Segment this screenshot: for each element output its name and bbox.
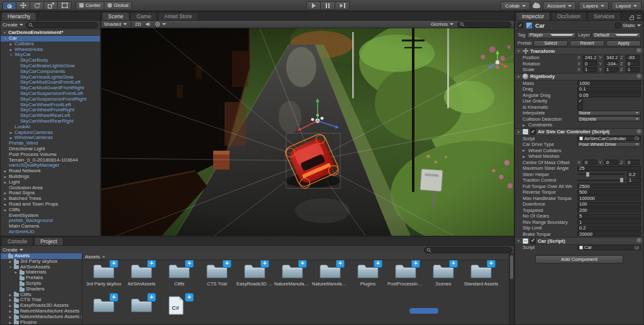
gear-wrap[interactable] bbox=[636, 129, 641, 135]
foldout-undefined-icon[interactable]: ▶ bbox=[8, 320, 13, 324]
account-dropdown[interactable]: Account bbox=[543, 1, 576, 10]
value-field[interactable]: 100 bbox=[577, 202, 641, 207]
slider-thumb[interactable] bbox=[586, 172, 589, 177]
scene-viewport[interactable] bbox=[101, 28, 514, 236]
project-search-input[interactable] bbox=[424, 247, 512, 253]
vector-field-y[interactable]: 0 bbox=[604, 160, 618, 165]
object-field[interactable]: Car bbox=[577, 245, 641, 250]
foldout-closed-icon[interactable]: ▶ bbox=[3, 207, 8, 213]
component-header-transform[interactable]: ▼Transform bbox=[515, 47, 643, 55]
tab-project[interactable]: Project bbox=[34, 237, 63, 245]
value-field[interactable]: 2500 bbox=[577, 184, 641, 189]
scene-orientation-gizmo[interactable] bbox=[485, 48, 510, 74]
foldout-undefined-icon[interactable]: ▼ bbox=[8, 265, 13, 270]
scene-search-input[interactable] bbox=[457, 21, 511, 28]
collab-dropdown[interactable]: Collab bbox=[501, 1, 530, 10]
vector-field-x[interactable]: 1 bbox=[583, 67, 597, 72]
vector-field-z[interactable]: -93 bbox=[626, 55, 640, 60]
hierarchy-create-button[interactable]: Create bbox=[3, 22, 23, 28]
tag-dropdown[interactable]: Player bbox=[527, 32, 576, 38]
tab-scene[interactable]: Scene bbox=[102, 12, 130, 20]
foldout-open-icon[interactable]: ▼ bbox=[9, 52, 13, 58]
component-header-car-script[interactable]: ▼✓Car (Script) bbox=[515, 237, 643, 245]
foldout-undefined-icon[interactable]: ▶ bbox=[8, 309, 13, 314]
value-field[interactable]: 100000 bbox=[577, 196, 641, 201]
component-header-rigidbody[interactable]: ▼Rigidbody bbox=[515, 73, 643, 80]
foldout-undefined-icon[interactable]: ▶ bbox=[8, 292, 13, 298]
gear-wrap[interactable] bbox=[636, 74, 641, 80]
vector-field-x[interactable]: 0 bbox=[583, 61, 597, 66]
foldout-undefined-icon[interactable]: ▼ bbox=[3, 253, 7, 259]
scrollbar-thumb[interactable] bbox=[510, 255, 513, 279]
value-field[interactable]: 0.05 bbox=[577, 92, 641, 97]
vector-field-z[interactable]: 0 bbox=[626, 61, 640, 66]
asset-folder-easyroads3d-as[interactable]: +EasyRoads3D As... bbox=[236, 262, 274, 296]
foldout-closed-icon[interactable]: ▶ bbox=[3, 202, 8, 207]
menu-icon[interactable]: ☰ bbox=[636, 14, 641, 20]
prefab-revert-button[interactable]: Revert bbox=[570, 40, 604, 47]
foldout-closed-icon[interactable]: ▶ bbox=[523, 155, 526, 158]
foldout-closed-icon[interactable]: ▶ bbox=[3, 180, 8, 185]
asset-folder-3rd-party-skybox[interactable]: +3rd Party skybox bbox=[85, 262, 123, 296]
foldout-open-icon[interactable]: ▼ bbox=[517, 239, 521, 243]
scene-header-row[interactable]: ▼ CarDemoEnvironment* bbox=[1, 30, 100, 36]
foldout-closed-icon[interactable]: ▶ bbox=[9, 41, 13, 47]
foldout-open-icon[interactable]: ▼ bbox=[3, 36, 8, 41]
foldout-closed-icon[interactable]: ▶ bbox=[9, 47, 13, 53]
hierarchy-item-skycar[interactable]: ▼SkyCar bbox=[1, 52, 100, 58]
layers-dropdown[interactable]: Layers bbox=[579, 1, 609, 10]
vector-field-y[interactable]: -104.451 bbox=[604, 61, 618, 66]
rect-tool-button[interactable] bbox=[58, 1, 72, 10]
scale-tool-button[interactable] bbox=[44, 1, 58, 10]
slider-thumb[interactable] bbox=[620, 178, 623, 182]
asset-folder-naturemanufactu[interactable]: +NatureManufactu... bbox=[274, 262, 311, 296]
gear-wrap[interactable] bbox=[636, 48, 641, 54]
value-field[interactable]: 1 bbox=[577, 219, 641, 224]
prefab-apply-button[interactable]: Apply bbox=[606, 40, 641, 47]
rotate-tool-button[interactable] bbox=[30, 1, 44, 10]
tab-inspector[interactable]: Inspector bbox=[516, 12, 550, 20]
static-toggle[interactable]: Static bbox=[615, 23, 641, 28]
gear-wrap[interactable] bbox=[636, 238, 641, 244]
foldout-closed-icon[interactable]: ▶ bbox=[3, 190, 8, 196]
gear-icon[interactable] bbox=[636, 48, 641, 53]
foldout-closed-icon[interactable]: ▶ bbox=[3, 174, 8, 180]
asset-folder-cts-trial[interactable]: +CTS Trial bbox=[198, 262, 236, 296]
property-checkbox[interactable] bbox=[577, 104, 583, 110]
move-tool-button[interactable] bbox=[16, 1, 30, 10]
foldout-undefined-icon[interactable]: ▶ bbox=[8, 259, 13, 265]
hierarchy-item-airsimhud[interactable]: AirSimHUD bbox=[1, 229, 100, 235]
foldout-open-icon[interactable]: ▼ bbox=[3, 31, 7, 35]
pivot-center-button[interactable]: Center bbox=[75, 1, 104, 10]
play-button[interactable] bbox=[306, 1, 321, 10]
foldout-undefined-icon[interactable]: ▶ bbox=[14, 270, 18, 275]
tab-game[interactable]: Game bbox=[130, 12, 157, 20]
tab-asset-store[interactable]: Asset Store bbox=[158, 12, 198, 20]
value-field[interactable]: 0.1 bbox=[577, 87, 641, 92]
vector-field-x[interactable]: 0 bbox=[583, 160, 597, 165]
value-field[interactable]: 1000 bbox=[577, 80, 641, 85]
asset-script-untitled[interactable]: C#+ bbox=[160, 296, 198, 324]
slider-track[interactable] bbox=[577, 180, 625, 181]
property-dropdown[interactable]: Discrete bbox=[577, 116, 641, 121]
object-field[interactable]: AirSimCarController bbox=[577, 136, 641, 141]
project-tree-item-plugins[interactable]: ▶Plugins bbox=[1, 320, 82, 324]
value-field[interactable]: 500 bbox=[577, 190, 641, 195]
lock-icon[interactable] bbox=[630, 17, 634, 20]
value-field[interactable]: 0.2 bbox=[577, 226, 641, 231]
add-component-button[interactable]: Add Component bbox=[535, 255, 623, 263]
asset-folder-postprocessing-2[interactable]: +PostProcessing-2 bbox=[387, 262, 425, 296]
foldout-closed-icon[interactable]: ▶ bbox=[523, 148, 526, 152]
foldout-undefined-icon[interactable]: ▶ bbox=[8, 314, 13, 320]
project-tree-item-naturemanufacture-assets-2[interactable]: ▶NatureManufacture Assets 2 bbox=[1, 314, 82, 320]
value-field[interactable]: 25 bbox=[577, 166, 641, 171]
object-picker-icon[interactable] bbox=[635, 136, 639, 141]
component-header-air-sim-car-controller-script[interactable]: ▼✓Air Sim Car Controller (Script) bbox=[515, 128, 643, 136]
tab-occlusion[interactable]: Occlusion bbox=[551, 12, 587, 20]
object-name-field[interactable]: Car bbox=[535, 23, 613, 29]
slider-track[interactable] bbox=[577, 174, 625, 175]
foldout-closed-icon[interactable]: ▶ bbox=[9, 130, 13, 136]
gear-icon[interactable] bbox=[636, 74, 641, 79]
project-create-button[interactable]: Create bbox=[3, 247, 23, 253]
layout-dropdown[interactable]: Layout bbox=[611, 1, 641, 10]
